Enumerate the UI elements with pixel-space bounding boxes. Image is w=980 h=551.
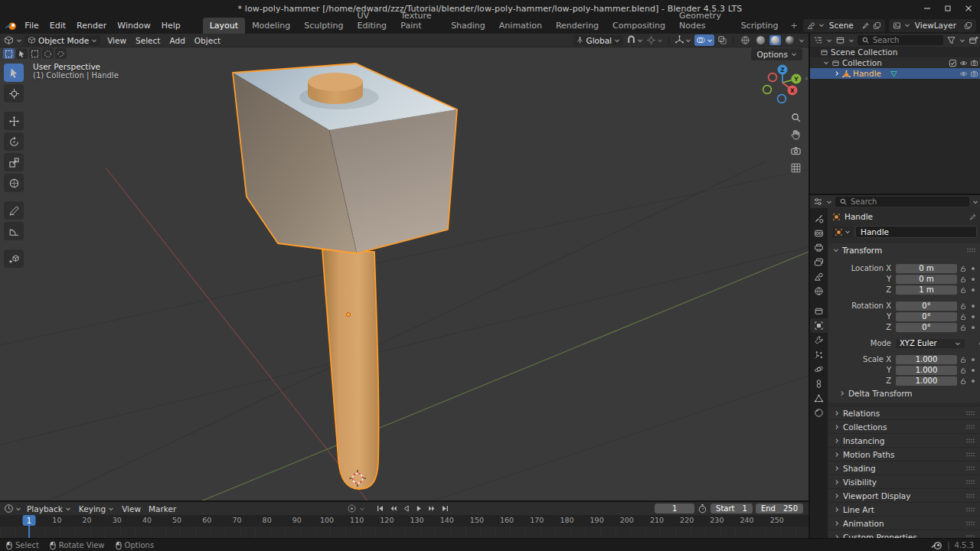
value-field[interactable]: 1 m xyxy=(896,285,957,295)
outliner-editor-icon[interactable] xyxy=(813,35,823,45)
properties-search-input[interactable]: Search xyxy=(835,197,969,207)
workspace-tab[interactable]: Shading xyxy=(444,18,492,34)
hammer-object[interactable] xyxy=(233,64,457,489)
scene-selector[interactable]: Scene xyxy=(803,19,885,32)
shading-material-button[interactable] xyxy=(769,35,781,45)
collapsed-panel[interactable]: Custom Properties xyxy=(828,530,980,538)
maximize-button[interactable] xyxy=(944,5,952,12)
value-field[interactable]: 1.000 xyxy=(896,355,957,364)
viewport-menu-item[interactable]: Select xyxy=(131,35,165,46)
collapsed-panel[interactable]: Line Art xyxy=(828,502,980,516)
filter-icon[interactable] xyxy=(946,35,956,45)
workspace-tab[interactable]: Modeling xyxy=(245,18,297,34)
grip-icon[interactable] xyxy=(965,520,975,527)
timeline-menu-item[interactable]: View xyxy=(118,504,145,514)
grip-icon[interactable] xyxy=(965,465,975,471)
workspace-tab[interactable]: Compositing xyxy=(606,18,672,34)
play-reverse-button[interactable] xyxy=(400,504,412,514)
select-mode-box-new[interactable] xyxy=(29,48,41,59)
transform-panel-header[interactable]: Transform xyxy=(828,243,980,257)
orientation-dropdown[interactable]: Global xyxy=(573,35,624,46)
new-view-layer-icon[interactable] xyxy=(964,21,972,30)
animate-dot[interactable] xyxy=(972,380,975,383)
timeline-menu-item[interactable]: Keying xyxy=(75,504,118,514)
value-field[interactable]: 0° xyxy=(896,312,957,321)
menu-item[interactable]: Help xyxy=(156,18,186,33)
animate-dot[interactable] xyxy=(972,267,975,270)
timeline-menu-item[interactable]: Marker xyxy=(145,504,180,514)
pan-hand-icon[interactable] xyxy=(790,129,802,140)
workspace-tab[interactable]: Scripting xyxy=(734,18,786,34)
value-field[interactable]: 1.000 xyxy=(896,377,957,386)
value-field[interactable]: 0° xyxy=(896,302,957,311)
zoom-icon[interactable] xyxy=(790,112,802,123)
tab-physics[interactable] xyxy=(810,362,828,377)
lock-toggle[interactable] xyxy=(957,313,969,321)
grip-icon[interactable] xyxy=(965,452,975,458)
grip-icon[interactable] xyxy=(965,479,975,485)
collapsed-panel[interactable]: Shading xyxy=(828,461,980,474)
collapsed-panel[interactable]: Animation xyxy=(828,516,980,530)
eye-icon[interactable] xyxy=(959,59,968,67)
tab-world[interactable] xyxy=(810,284,828,298)
menu-item[interactable]: Window xyxy=(112,18,155,33)
new-collection-icon[interactable] xyxy=(969,35,978,45)
lock-toggle[interactable] xyxy=(957,276,969,283)
workspace-tab[interactable]: Texture Paint xyxy=(394,8,444,34)
workspace-tab[interactable]: Geometry Nodes xyxy=(672,8,734,34)
start-frame-field[interactable]: Start1 xyxy=(710,504,753,514)
workspace-tab[interactable]: Layout xyxy=(203,18,245,34)
timeline-menu-item[interactable]: Playback xyxy=(23,504,75,514)
blender-logo-icon[interactable] xyxy=(5,20,18,31)
tab-constraints[interactable] xyxy=(810,377,828,391)
collapsed-panel[interactable]: Motion Paths xyxy=(828,447,980,461)
camera-icon[interactable] xyxy=(970,59,978,67)
stopwatch-icon[interactable] xyxy=(697,504,707,514)
lock-toggle[interactable] xyxy=(957,367,969,374)
delta-transform-panel[interactable]: Delta Transform xyxy=(828,386,980,399)
jump-to-end-button[interactable] xyxy=(439,504,451,514)
collapsed-panel[interactable]: Collections xyxy=(828,419,980,433)
menu-item[interactable]: File xyxy=(19,18,44,33)
menu-item[interactable]: Render xyxy=(71,18,112,33)
grip-icon[interactable] xyxy=(965,410,975,416)
select-mode-lasso[interactable] xyxy=(55,48,67,59)
viewport-options-button[interactable]: Options xyxy=(751,48,802,60)
display-mode-icon[interactable] xyxy=(835,35,845,45)
outliner-search-input[interactable]: Search xyxy=(858,35,943,45)
camera-view-icon[interactable] xyxy=(790,145,802,157)
select-box-tool[interactable] xyxy=(4,64,24,82)
tab-object[interactable] xyxy=(810,318,828,333)
select-mode-circle[interactable] xyxy=(42,48,54,59)
measure-tool[interactable] xyxy=(4,222,24,240)
editor-type-icon[interactable] xyxy=(4,35,14,45)
select-mode-tweak[interactable] xyxy=(16,48,28,59)
checkbox-icon[interactable] xyxy=(949,59,957,67)
chevron-down-icon[interactable] xyxy=(972,199,978,205)
shading-solid-button[interactable] xyxy=(755,35,766,45)
animate-dot[interactable] xyxy=(972,289,975,292)
collapsed-panel[interactable]: Instancing xyxy=(828,433,980,447)
animate-dot[interactable] xyxy=(972,315,975,318)
overlays-toggle[interactable] xyxy=(694,34,714,46)
minimize-button[interactable] xyxy=(923,5,931,12)
animate-dot[interactable] xyxy=(972,278,975,281)
pin-icon[interactable] xyxy=(861,21,870,30)
lock-toggle[interactable] xyxy=(957,356,969,364)
auto-keying-button[interactable] xyxy=(346,504,358,514)
value-field[interactable]: XYZ Euler xyxy=(896,339,965,348)
grip-icon[interactable] xyxy=(965,247,976,253)
timeline-ruler[interactable]: 1020304050607080901001101201301401501601… xyxy=(0,515,808,527)
next-keyframe-button[interactable] xyxy=(426,504,438,514)
add-cube-tool[interactable] xyxy=(4,249,24,268)
select-mode-box[interactable] xyxy=(3,48,15,59)
lock-toggle[interactable] xyxy=(957,302,969,310)
animate-dot[interactable] xyxy=(972,369,975,372)
chevron-right-icon[interactable] xyxy=(834,70,840,77)
tab-collection[interactable] xyxy=(810,304,828,318)
collapsed-panel[interactable]: Visibility xyxy=(828,474,980,488)
value-field[interactable]: 0 m xyxy=(896,264,957,273)
lock-toggle[interactable] xyxy=(957,324,969,331)
xray-toggle[interactable] xyxy=(717,35,727,45)
current-frame-field[interactable]: 1 xyxy=(655,504,694,514)
